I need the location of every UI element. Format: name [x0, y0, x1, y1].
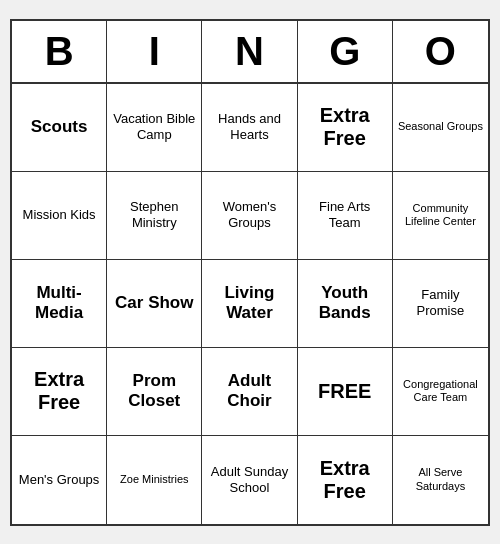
bingo-cell-9: Community Lifeline Center — [393, 172, 488, 260]
cell-text-18: FREE — [318, 380, 371, 403]
cell-text-13: Youth Bands — [302, 283, 388, 324]
bingo-cell-17: Adult Choir — [202, 348, 297, 436]
bingo-cell-14: Family Promise — [393, 260, 488, 348]
bingo-cell-11: Car Show — [107, 260, 202, 348]
bingo-cell-12: Living Water — [202, 260, 297, 348]
cell-text-12: Living Water — [206, 283, 292, 324]
bingo-header: BINGO — [12, 21, 488, 84]
bingo-cell-6: Stephen Ministry — [107, 172, 202, 260]
bingo-cell-4: Seasonal Groups — [393, 84, 488, 172]
cell-text-4: Seasonal Groups — [398, 120, 483, 133]
cell-text-3: Extra Free — [302, 104, 388, 150]
bingo-cell-19: Congregational Care Team — [393, 348, 488, 436]
bingo-cell-21: Zoe Ministries — [107, 436, 202, 524]
cell-text-23: Extra Free — [302, 457, 388, 503]
bingo-cell-22: Adult Sunday School — [202, 436, 297, 524]
bingo-cell-20: Men's Groups — [12, 436, 107, 524]
bingo-cell-23: Extra Free — [298, 436, 393, 524]
header-letter-i: I — [107, 21, 202, 82]
bingo-cell-8: Fine Arts Team — [298, 172, 393, 260]
cell-text-5: Mission Kids — [23, 207, 96, 223]
bingo-cell-2: Hands and Hearts — [202, 84, 297, 172]
header-letter-g: G — [298, 21, 393, 82]
header-letter-o: O — [393, 21, 488, 82]
cell-text-8: Fine Arts Team — [302, 199, 388, 230]
bingo-cell-13: Youth Bands — [298, 260, 393, 348]
bingo-grid: ScoutsVacation Bible CampHands and Heart… — [12, 84, 488, 524]
cell-text-20: Men's Groups — [19, 472, 100, 488]
bingo-cell-3: Extra Free — [298, 84, 393, 172]
cell-text-0: Scouts — [31, 117, 88, 137]
bingo-card: BINGO ScoutsVacation Bible CampHands and… — [10, 19, 490, 526]
cell-text-7: Women's Groups — [206, 199, 292, 230]
bingo-cell-0: Scouts — [12, 84, 107, 172]
bingo-cell-7: Women's Groups — [202, 172, 297, 260]
bingo-cell-10: Multi-Media — [12, 260, 107, 348]
header-letter-n: N — [202, 21, 297, 82]
cell-text-24: All Serve Saturdays — [397, 466, 484, 492]
bingo-cell-5: Mission Kids — [12, 172, 107, 260]
cell-text-9: Community Lifeline Center — [397, 202, 484, 228]
cell-text-2: Hands and Hearts — [206, 111, 292, 142]
cell-text-19: Congregational Care Team — [397, 378, 484, 404]
bingo-cell-18: FREE — [298, 348, 393, 436]
cell-text-14: Family Promise — [397, 287, 484, 318]
cell-text-16: Prom Closet — [111, 371, 197, 412]
cell-text-15: Extra Free — [16, 368, 102, 414]
bingo-cell-1: Vacation Bible Camp — [107, 84, 202, 172]
cell-text-10: Multi-Media — [16, 283, 102, 324]
cell-text-22: Adult Sunday School — [206, 464, 292, 495]
cell-text-17: Adult Choir — [206, 371, 292, 412]
bingo-cell-16: Prom Closet — [107, 348, 202, 436]
cell-text-11: Car Show — [115, 293, 193, 313]
bingo-cell-24: All Serve Saturdays — [393, 436, 488, 524]
cell-text-21: Zoe Ministries — [120, 473, 188, 486]
cell-text-6: Stephen Ministry — [111, 199, 197, 230]
bingo-cell-15: Extra Free — [12, 348, 107, 436]
header-letter-b: B — [12, 21, 107, 82]
cell-text-1: Vacation Bible Camp — [111, 111, 197, 142]
